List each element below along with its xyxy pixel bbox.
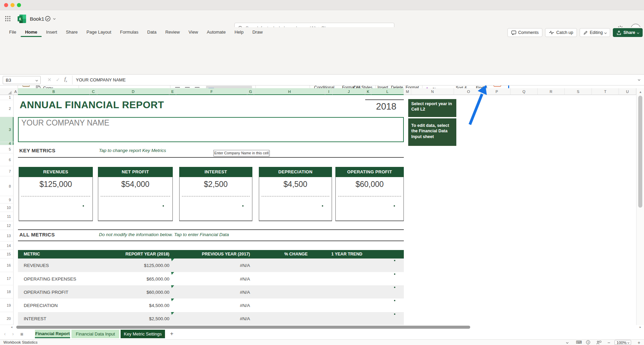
vertical-scrollbar[interactable]: ▲: [636, 88, 644, 325]
sheet-list-icon[interactable]: ≡: [20, 331, 23, 337]
report-year-cell[interactable]: 2018: [351, 101, 396, 112]
column-header-K[interactable]: K: [365, 88, 371, 95]
menu-home[interactable]: Home: [21, 27, 42, 38]
column-header-F[interactable]: F: [176, 88, 247, 95]
column-header-C[interactable]: C: [90, 88, 97, 95]
zoom-out-icon[interactable]: −: [607, 340, 610, 345]
row-header-7[interactable]: 7: [0, 166, 14, 176]
menu-automate[interactable]: Automate: [203, 27, 230, 38]
all-metrics-heading[interactable]: ALL METRICS: [19, 232, 55, 237]
menu-review[interactable]: Review: [161, 27, 184, 38]
metric-card-header[interactable]: OPERATING PROFIT: [335, 167, 404, 177]
minimize-window-button[interactable]: [11, 3, 15, 7]
row-header-16[interactable]: 16: [0, 258, 14, 272]
column-header-A[interactable]: A: [14, 88, 18, 95]
table-row[interactable]: DEPRECIATION $4,500.00 #N/A: [18, 299, 404, 312]
horizontal-scroll-thumb[interactable]: [16, 326, 470, 329]
formula-content[interactable]: YOUR COMPANY NAME: [76, 77, 126, 82]
column-header-O[interactable]: O: [454, 88, 483, 95]
row-header-15[interactable]: 15: [0, 250, 14, 258]
key-metrics-hint[interactable]: Tap to change report Key Metrics: [99, 148, 166, 153]
menu-view[interactable]: View: [184, 27, 203, 38]
cancel-entry-icon[interactable]: ✕: [47, 77, 51, 82]
column-header-J[interactable]: J: [333, 88, 365, 95]
column-header-G[interactable]: G: [247, 88, 254, 95]
zoom-in-icon[interactable]: +: [638, 340, 640, 345]
row-header-14[interactable]: 14: [0, 242, 14, 250]
sheet-tab-financial-data-input[interactable]: Financial Data Input: [71, 330, 119, 338]
select-all-corner[interactable]: [8, 91, 12, 94]
sheet-tab-key-metric-settings[interactable]: Key Metric Settings: [121, 330, 165, 338]
add-sheet-icon[interactable]: +: [170, 330, 173, 337]
next-sheet-icon[interactable]: ›: [12, 331, 14, 337]
report-title[interactable]: ANNUAL FINANCIAL REPORT: [20, 99, 164, 111]
row-header-6[interactable]: 6: [0, 153, 14, 166]
menu-share[interactable]: Share: [62, 27, 82, 38]
column-header-U[interactable]: U: [619, 88, 636, 95]
all-metrics-hint[interactable]: Do not modify the information below. Tap…: [99, 232, 229, 237]
zoom-level-select[interactable]: 100%: [615, 340, 631, 345]
row-header-11[interactable]: 11: [0, 212, 14, 221]
row-header-3[interactable]: 3: [0, 117, 14, 142]
sheet-tab-financial-report[interactable]: Financial Report: [35, 330, 70, 338]
menu-formulas[interactable]: Formulas: [116, 27, 143, 38]
prev-sheet-icon[interactable]: ‹: [4, 331, 6, 337]
row-header-1[interactable]: 1: [0, 95, 14, 100]
zoom-window-button[interactable]: [17, 3, 21, 7]
column-header-I[interactable]: I: [325, 88, 333, 95]
menu-insert[interactable]: Insert: [42, 27, 62, 38]
table-row[interactable]: OPERATING EXPENSES $65,000.00 #N/A: [18, 272, 404, 285]
status-options-chevron-icon[interactable]: [566, 341, 568, 344]
insert-function-icon[interactable]: fx: [64, 77, 67, 83]
metric-card-header[interactable]: REVENUES: [19, 167, 93, 177]
name-box[interactable]: B3: [3, 76, 41, 84]
accessibility-icon[interactable]: [596, 341, 601, 345]
saved-status-icon[interactable]: [45, 16, 51, 21]
metric-card-header[interactable]: NET PROFIT: [98, 167, 173, 177]
catch-up-button[interactable]: Catch up: [545, 28, 577, 37]
row-header-20[interactable]: 20: [0, 312, 14, 325]
menu-data[interactable]: Data: [143, 27, 161, 38]
expand-formula-bar-icon[interactable]: [638, 78, 640, 81]
row-header-19[interactable]: 19: [0, 299, 14, 312]
help-icon[interactable]: ?: [586, 340, 590, 344]
metric-card-body[interactable]: $4,500: [259, 177, 332, 221]
company-name-cell[interactable]: YOUR COMPANY NAME: [18, 117, 404, 142]
column-header-S[interactable]: S: [565, 88, 592, 95]
table-row[interactable]: REVENUES $125,000.00 #N/A: [18, 258, 404, 272]
row-header-13[interactable]: 13: [0, 230, 14, 242]
menu-file[interactable]: File: [5, 27, 21, 38]
column-header-M[interactable]: M: [404, 88, 411, 95]
metric-card-body[interactable]: $54,000: [98, 177, 173, 221]
table-row[interactable]: INTEREST $2,500.00 #N/A: [18, 312, 404, 325]
document-menu-chevron-icon[interactable]: [53, 17, 56, 20]
column-header-E[interactable]: E: [169, 88, 176, 95]
menu-draw[interactable]: Draw: [248, 27, 267, 38]
row-header-17[interactable]: 17: [0, 272, 14, 285]
column-header-B[interactable]: B: [18, 88, 90, 95]
row-header-10[interactable]: 10: [0, 204, 14, 212]
key-metrics-heading[interactable]: KEY METRICS: [19, 148, 56, 153]
keyboard-icon[interactable]: ⌨: [576, 340, 582, 345]
share-button[interactable]: Share: [613, 28, 643, 37]
column-header-D[interactable]: D: [97, 88, 169, 95]
confirm-entry-icon[interactable]: ✓: [56, 77, 60, 82]
column-header-P[interactable]: P: [483, 88, 511, 95]
menu-page-layout[interactable]: Page Layout: [82, 27, 116, 38]
row-header-9[interactable]: 9: [0, 196, 14, 204]
column-header-R[interactable]: R: [538, 88, 565, 95]
metric-card-body[interactable]: $60,000: [335, 177, 404, 221]
column-header-H[interactable]: H: [254, 88, 325, 95]
column-header-N[interactable]: N: [411, 88, 454, 95]
scroll-up-icon[interactable]: ▲: [639, 90, 642, 94]
document-title[interactable]: Book1: [30, 16, 44, 22]
menu-help[interactable]: Help: [230, 27, 248, 38]
row-header-4[interactable]: 4: [0, 142, 14, 145]
metric-card-header[interactable]: INTEREST: [179, 167, 252, 177]
close-window-button[interactable]: [4, 3, 8, 7]
metric-card-body[interactable]: $2,500: [179, 177, 252, 221]
row-header-8[interactable]: 8: [0, 176, 14, 196]
row-header-5[interactable]: 5: [0, 145, 14, 153]
app-launcher-icon[interactable]: [5, 16, 11, 22]
editing-mode-button[interactable]: Editing: [580, 28, 610, 37]
